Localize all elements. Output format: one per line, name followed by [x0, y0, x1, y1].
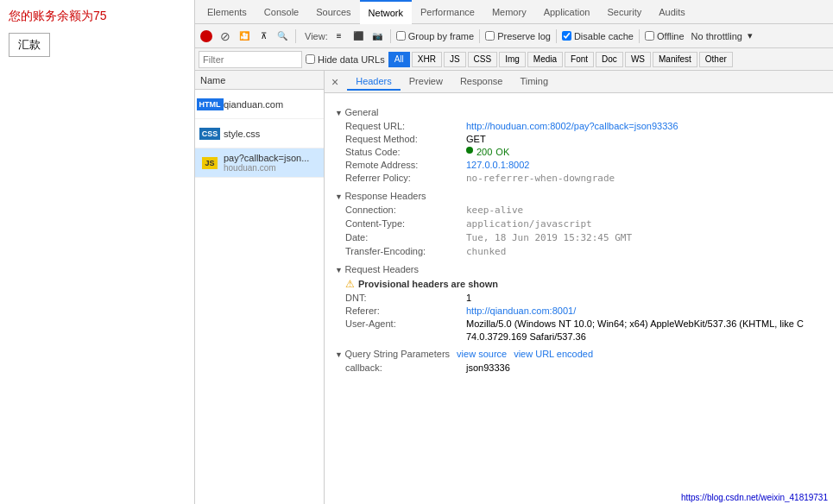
detail-tab-response[interactable]: Response: [451, 73, 512, 91]
tab-memory[interactable]: Memory: [483, 0, 535, 24]
preserve-log-label[interactable]: Preserve log: [485, 31, 551, 41]
file-name: style.css: [224, 129, 260, 139]
status-code-ok: OK: [495, 147, 509, 157]
filter-js-button[interactable]: JS: [444, 52, 466, 67]
response-headers-section-header[interactable]: Response Headers: [335, 191, 823, 201]
referer-val: http://qianduan.com:8001/: [466, 306, 576, 316]
list-item[interactable]: HTML qianduan.com: [195, 90, 324, 119]
file-info: style.css: [224, 129, 260, 139]
group-by-frame-checkbox[interactable]: [396, 31, 406, 41]
css-icon: CSS: [200, 124, 219, 143]
close-detail-button[interactable]: ×: [328, 75, 342, 89]
query-section-header[interactable]: Query String Parameters: [335, 349, 450, 359]
filter-img-button[interactable]: Img: [499, 52, 526, 67]
detail-content-panel: General Request URL: http://houduan.com:…: [325, 93, 833, 504]
status-code-key: Status Code:: [345, 147, 466, 157]
filter-toggle-button[interactable]: ⊼: [256, 28, 271, 44]
search-button[interactable]: 🔍: [275, 28, 290, 44]
request-method-row: Request Method: GET: [345, 134, 823, 144]
callback-val: json93336: [466, 362, 510, 373]
filter-css-button[interactable]: CSS: [468, 52, 498, 67]
tab-audits[interactable]: Audits: [650, 0, 694, 24]
view-source-link[interactable]: view source: [457, 349, 507, 359]
network-controls-bar: ⊘ 🎦 ⊼ 🔍 View: ≡ ⬛ 📷 Group by frame Prese…: [195, 24, 833, 48]
record-icon: [200, 30, 212, 42]
tab-console[interactable]: Console: [256, 0, 307, 24]
view-large-button[interactable]: ⬛: [350, 28, 366, 44]
filter-other-button[interactable]: Other: [699, 52, 733, 67]
tab-elements[interactable]: Elements: [199, 0, 256, 24]
footer-url: https://blog.csdn.net/weixin_41819731: [681, 493, 828, 502]
file-list-sidebar: Name HTML qianduan.com CSS style.css: [195, 71, 325, 504]
user-agent-key: User-Agent:: [345, 318, 466, 329]
devtools-tabs-bar: Elements Console Sources Network Perform…: [195, 0, 833, 24]
view-url-encoded-link[interactable]: view URL encoded: [514, 349, 593, 359]
provisional-warning-text: Provisional headers are shown: [358, 279, 498, 289]
devtools-panel: Elements Console Sources Network Perform…: [194, 0, 833, 504]
referrer-policy-key: Referrer Policy:: [345, 173, 466, 184]
preserve-log-checkbox[interactable]: [485, 31, 495, 41]
transfer-encoding-key: Transfer-Encoding:: [345, 246, 466, 257]
filter-all-button[interactable]: All: [388, 52, 410, 67]
referrer-policy-val: no-referrer-when-downgrade: [466, 173, 615, 184]
filter-doc-button[interactable]: Doc: [596, 52, 623, 67]
filter-type-buttons: All XHR JS CSS Img Media Font Doc WS Man…: [388, 52, 733, 67]
detail-area: × Headers Preview Response Timing Genera…: [325, 71, 833, 504]
network-content-area: Name HTML qianduan.com CSS style.css: [195, 71, 833, 504]
file-origin: houduan.com: [224, 163, 309, 173]
offline-checkbox[interactable]: [645, 31, 654, 41]
filter-ws-button[interactable]: WS: [625, 52, 651, 67]
remote-address-key: Remote Address:: [345, 160, 466, 170]
user-agent-val2: 74.0.3729.169 Safari/537.36: [466, 331, 586, 342]
request-url-row: Request URL: http://houduan.com:8002/pay…: [345, 121, 823, 131]
view-screenshot-button[interactable]: 📷: [369, 28, 385, 44]
filter-manifest-button[interactable]: Manifest: [653, 52, 697, 67]
tab-security[interactable]: Security: [598, 0, 650, 24]
view-list-button[interactable]: ≡: [331, 28, 347, 44]
view-label: View:: [305, 31, 328, 41]
group-by-frame-label[interactable]: Group by frame: [396, 31, 474, 41]
camera-button[interactable]: 🎦: [237, 28, 252, 44]
detail-tab-headers[interactable]: Headers: [347, 73, 401, 91]
status-code-num: 200: [476, 147, 492, 157]
tab-sources[interactable]: Sources: [307, 0, 359, 24]
request-headers-section-header[interactable]: Request Headers: [335, 264, 823, 274]
detail-content: General Request URL: http://houduan.com:…: [325, 93, 833, 382]
content-type-row: Content-Type: application/javascript: [345, 218, 823, 230]
user-agent-val1: Mozilla/5.0 (Windows NT 10.0; Win64; x64…: [466, 318, 804, 329]
filter-input[interactable]: [199, 51, 302, 68]
user-agent-continuation-row: 74.0.3729.169 Safari/537.36: [466, 331, 823, 342]
file-info: pay?callback=json... houduan.com: [224, 153, 309, 173]
request-method-key: Request Method:: [345, 134, 466, 144]
transfer-encoding-row: Transfer-Encoding: chunked: [345, 246, 823, 257]
tab-network[interactable]: Network: [360, 0, 412, 24]
filter-bar: Hide data URLs All XHR JS CSS Img Media …: [195, 48, 833, 71]
content-type-key: Content-Type:: [345, 218, 466, 230]
offline-label[interactable]: Offline: [645, 31, 685, 41]
separator: [295, 29, 296, 43]
record-button[interactable]: [199, 28, 214, 44]
detail-tab-preview[interactable]: Preview: [401, 73, 451, 91]
file-info: qianduan.com: [224, 99, 283, 110]
list-item[interactable]: CSS style.css: [195, 119, 324, 148]
referer-key: Referer:: [345, 306, 466, 316]
hide-data-urls-checkbox[interactable]: [306, 54, 315, 64]
hide-data-urls-label[interactable]: Hide data URLs: [306, 54, 385, 65]
callback-key: callback:: [345, 362, 466, 373]
filter-xhr-button[interactable]: XHR: [412, 52, 442, 67]
detail-tab-timing[interactable]: Timing: [511, 73, 557, 91]
status-code-row: Status Code: 200 OK: [345, 147, 823, 157]
remit-button[interactable]: 汇款: [9, 33, 50, 57]
filter-media-button[interactable]: Media: [527, 52, 563, 67]
tab-application[interactable]: Application: [535, 0, 599, 24]
disable-cache-label[interactable]: Disable cache: [562, 31, 634, 41]
date-val: Tue, 18 Jun 2019 15:32:45 GMT: [466, 232, 632, 243]
general-section-header[interactable]: General: [335, 107, 823, 117]
tab-performance[interactable]: Performance: [412, 0, 483, 24]
list-item-selected[interactable]: JS pay?callback=json... houduan.com: [195, 148, 324, 178]
filter-font-button[interactable]: Font: [565, 52, 594, 67]
file-list-header: Name: [195, 71, 324, 90]
clear-button[interactable]: ⊘: [218, 28, 233, 44]
disable-cache-checkbox[interactable]: [562, 31, 571, 41]
provisional-warning-row: ⚠ Provisional headers are shown: [345, 278, 823, 290]
